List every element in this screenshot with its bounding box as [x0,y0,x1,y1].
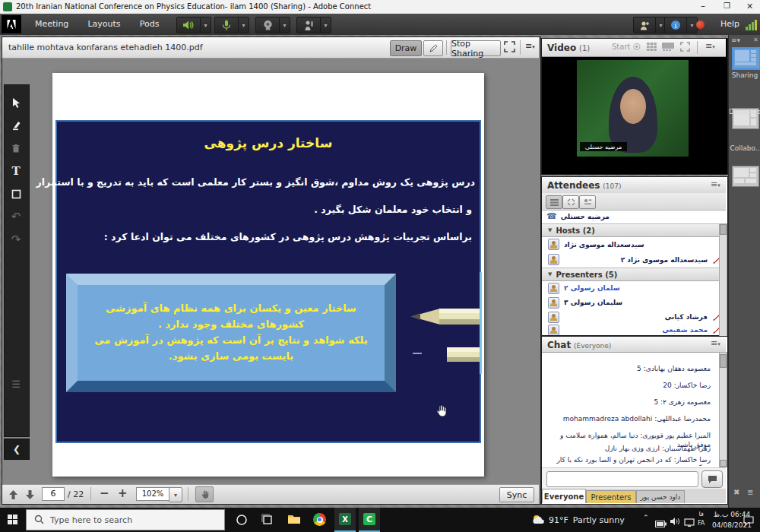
callout-text-1: ساختار معین و یکسان برای همه نظام های آم… [82,301,380,333]
chat-scrollbar[interactable] [719,352,727,467]
tab-presenters[interactable]: Presenters [586,490,636,503]
language-indicator[interactable]: فا FA [698,510,705,528]
presenter-row-4[interactable]: محمد شفیعی [542,325,726,335]
presenter-row-3[interactable]: فرشاد کیانی [542,310,726,324]
person-add-icon[interactable] [633,17,656,33]
sync-button[interactable]: Sync [499,487,534,502]
hosts-section-header[interactable]: ▼ Hosts (2) [542,223,726,237]
close-icon[interactable]: ✕ [746,2,753,11]
menu-meeting[interactable]: Meeting [27,14,76,35]
host-row-1[interactable]: سیدسعداله موسوی نژاد [542,237,726,252]
page-down-icon[interactable] [25,489,35,503]
chat-input[interactable] [546,471,698,487]
speaker-dropdown-icon[interactable]: ▾ [201,17,211,33]
recording-indicator-icon[interactable] [696,21,705,29]
list-view-icon[interactable] [546,195,562,209]
webcam-icon[interactable] [255,17,280,33]
chrome-icon[interactable] [313,513,326,526]
speaker-icon[interactable] [176,17,201,33]
presenters-section-header[interactable]: ▼ Presenters (5) [542,268,726,281]
video-pod-menu-icon[interactable]: ≡▾ [705,41,715,51]
fullscreen-icon[interactable] [504,41,515,55]
slide-paragraph-3: براساس تجربیات پژوهش درس پژوهی در کشورها… [104,231,472,242]
restore-icon[interactable]: ❐ [724,2,730,10]
cortana-icon[interactable] [236,514,248,529]
webcam-dropdown-icon[interactable]: ▾ [280,17,290,33]
connect-app-icon: C [363,513,375,525]
attendees-pod: Attendees (107) ≡▾ ☎ مرضیه حسنلی ▼ Hosts… [541,176,728,336]
selection-arrow-tool[interactable] [5,91,27,114]
presenter-row-1[interactable]: سلمان رسولی ۲ [542,281,726,295]
minimize-icon[interactable]: – [701,1,705,11]
connect-taskbar-button[interactable]: C [359,508,380,532]
layout-bar-menu-icon[interactable]: ≡▾ [731,36,740,44]
header-separator [446,40,447,55]
status-dropdown-icon[interactable]: ▾ [321,17,331,33]
presenter-row-2[interactable]: سلیمان رسولی ۳ [542,296,726,309]
draw-button[interactable]: Draw [390,40,422,56]
page-number-input[interactable]: 6 [42,487,65,501]
layout-sharing-thumbnail[interactable] [732,47,760,70]
mic-control: ▾ [214,17,249,33]
layout-collaboration-thumbnail[interactable] [732,166,759,187]
marker-tool[interactable] [5,114,27,137]
volume-icon[interactable] [670,515,680,529]
host-row-2[interactable]: سیدسعداله موسوی نژاد ۲ [542,252,726,267]
shape-tool[interactable] [5,182,27,205]
menu-pods[interactable]: Pods [132,14,167,35]
breakout-view-icon[interactable] [562,195,579,209]
layout-bar-close-icon[interactable]: ✕ [753,36,758,43]
start-webcam-button[interactable]: Start ⦿ [612,43,641,51]
grid-view-icon[interactable] [647,43,657,53]
drawing-toolbar: T ↶ ↷ ☰ [4,84,30,437]
excel-taskbar-button[interactable]: X [334,508,356,532]
delete-tool[interactable] [5,137,27,160]
collapse-toolbar-button[interactable]: ❮ [4,439,30,460]
chat-pod-header: Chat (Everyone) ≡▾ [542,337,726,353]
connection-signal-icon[interactable] [746,20,757,30]
attendees-pod-menu-icon[interactable]: ≡▾ [711,179,720,189]
help-menu[interactable]: Help [713,14,747,35]
battery-icon[interactable] [655,516,667,530]
active-speaker-row[interactable]: ☎ مرضیه حسنلی [542,210,730,223]
mic-dropdown-icon[interactable]: ▾ [239,17,249,33]
share-pod-header: tahlile mohtava konfarans etehadieh 1400… [2,37,539,59]
zoom-level-select[interactable]: 102% [136,487,169,501]
action-center-icon[interactable] [743,515,754,529]
start-button-icon[interactable] [8,515,18,525]
task-view-icon[interactable] [261,514,274,529]
hidden-icons-chevron[interactable]: ⌃ [643,514,649,521]
file-explorer-icon[interactable] [287,514,301,528]
video-header-separator [697,41,698,54]
chat-pod-menu-icon[interactable]: ≡▾ [711,338,720,348]
redo-icon[interactable]: ↷ [5,228,27,251]
status-view-icon[interactable] [579,195,596,209]
tab-everyone[interactable]: Everyone [542,489,586,503]
pan-tool-icon[interactable] [195,486,214,502]
pod-menu-icon[interactable]: ≡▾ [525,41,535,51]
info-icon[interactable]: i [664,17,687,33]
filmstrip-view-icon[interactable] [662,43,674,53]
network-display-icon[interactable] [684,515,695,530]
weather-widget[interactable]: 91°F Partly sunny [532,508,638,532]
video-fullscreen-icon[interactable] [680,42,690,54]
stop-sharing-button[interactable]: Stop Sharing [451,40,501,56]
taskbar-search-box[interactable]: Type here to search [26,509,225,530]
raise-hand-icon[interactable] [296,17,321,33]
text-tool[interactable]: T [5,160,27,182]
excel-icon: X [339,513,351,525]
pointer-tool-button[interactable] [423,40,443,56]
strip-close-icon[interactable]: ✖ [733,488,739,496]
zoom-in-icon[interactable]: + [118,486,128,500]
send-message-icon[interactable] [701,470,723,488]
zoom-dropdown-icon[interactable]: ▾ [169,487,182,502]
tab-private-user[interactable]: داود حسن پور [636,490,685,503]
undo-icon[interactable]: ↶ [5,205,27,228]
strip-menu-icon[interactable]: ≣ [747,488,753,496]
zoom-out-icon[interactable]: − [100,486,109,500]
layers-icon[interactable]: ☰ [5,372,27,395]
menu-layouts[interactable]: Layouts [80,14,128,35]
attendees-scrollbar[interactable] [719,223,727,337]
page-up-icon[interactable] [8,489,18,503]
microphone-icon[interactable] [214,17,239,33]
